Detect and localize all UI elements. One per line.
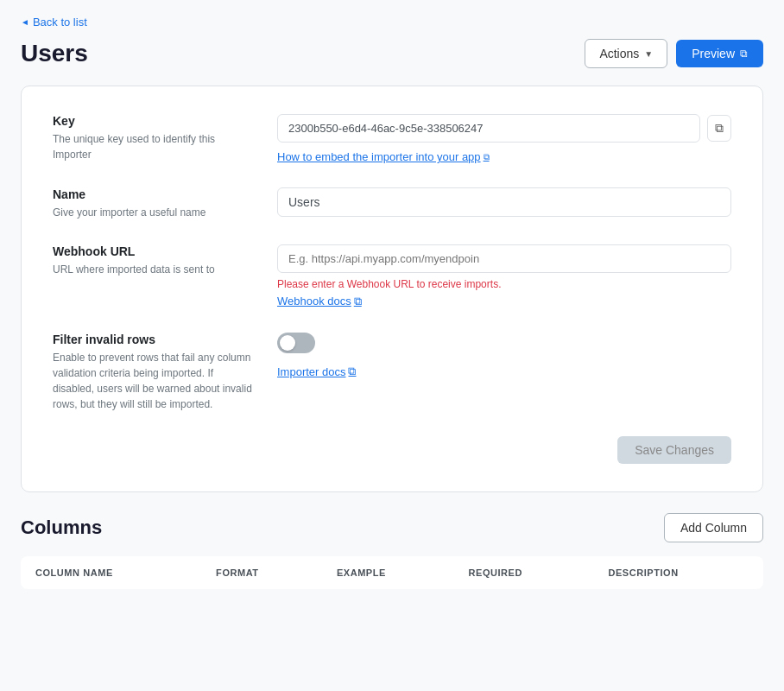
filter-label-col: Filter invalid rows Enable to prevent ro… bbox=[53, 333, 277, 412]
page-header: Users Actions ▼ Preview ⧉ bbox=[21, 39, 763, 68]
filter-toggle-wrapper bbox=[277, 333, 731, 356]
actions-button-label: Actions bbox=[599, 47, 639, 60]
embed-external-icon: ⧉ bbox=[484, 152, 490, 162]
embed-link[interactable]: How to embed the importer into your app … bbox=[277, 150, 490, 163]
columns-table-head: COLUMN NAMEFORMATEXAMPLEREQUIREDDESCRIPT… bbox=[22, 556, 763, 588]
webhook-docs-text: Webhook docs bbox=[277, 295, 351, 307]
columns-section-header: Columns Add Column bbox=[21, 513, 763, 542]
preview-button-label: Preview bbox=[692, 47, 735, 60]
name-control-col bbox=[277, 187, 731, 220]
key-input[interactable] bbox=[277, 114, 700, 143]
save-changes-button[interactable]: Save Changes bbox=[617, 436, 731, 464]
webhook-error-text: Please enter a Webhook URL to receive im… bbox=[277, 278, 731, 290]
key-label: Key bbox=[53, 114, 256, 128]
webhook-docs-external-icon: ⧉ bbox=[354, 295, 362, 308]
webhook-docs-link[interactable]: Webhook docs ⧉ bbox=[277, 295, 362, 308]
chevron-down-icon: ▼ bbox=[644, 49, 653, 59]
webhook-label-col: Webhook URL URL where imported data is s… bbox=[53, 244, 277, 308]
col-header: REQUIRED bbox=[455, 556, 595, 588]
copy-key-button[interactable]: ⧉ bbox=[707, 115, 731, 142]
key-label-col: Key The unique key used to identify this… bbox=[53, 114, 277, 163]
webhook-row: Webhook URL URL where imported data is s… bbox=[53, 244, 731, 308]
back-to-list-link[interactable]: Back to list bbox=[21, 16, 87, 29]
preview-button[interactable]: Preview ⧉ bbox=[676, 40, 763, 67]
key-row: Key The unique key used to identify this… bbox=[53, 114, 731, 163]
form-card: Key The unique key used to identify this… bbox=[21, 86, 763, 492]
col-header: DESCRIPTION bbox=[594, 556, 762, 588]
columns-title: Columns bbox=[21, 517, 102, 539]
header-actions: Actions ▼ Preview ⧉ bbox=[585, 39, 763, 68]
webhook-control-col: Please enter a Webhook URL to receive im… bbox=[277, 244, 731, 308]
importer-docs-external-icon: ⧉ bbox=[348, 365, 356, 378]
filter-toggle[interactable] bbox=[277, 333, 315, 353]
importer-docs-text: Importer docs bbox=[277, 365, 345, 378]
key-input-wrapper: ⧉ bbox=[277, 114, 731, 143]
name-input[interactable] bbox=[277, 187, 731, 217]
key-control-col: ⧉ How to embed the importer into your ap… bbox=[277, 114, 731, 163]
embed-link-text: How to embed the importer into your app bbox=[277, 150, 481, 163]
columns-table: COLUMN NAMEFORMATEXAMPLEREQUIREDDESCRIPT… bbox=[21, 556, 763, 589]
page-title: Users bbox=[21, 40, 88, 67]
external-link-icon: ⧉ bbox=[740, 48, 748, 60]
key-description: The unique key used to identify this Imp… bbox=[53, 131, 256, 162]
save-button-wrapper: Save Changes bbox=[53, 436, 731, 464]
filter-control-col: Importer docs ⧉ bbox=[277, 333, 731, 412]
col-header: FORMAT bbox=[202, 556, 323, 588]
columns-section: Columns Add Column COLUMN NAMEFORMATEXAM… bbox=[21, 513, 763, 589]
col-header: EXAMPLE bbox=[323, 556, 455, 588]
name-label-col: Name Give your importer a useful name bbox=[53, 187, 277, 220]
copy-icon: ⧉ bbox=[715, 121, 724, 136]
webhook-input[interactable] bbox=[277, 244, 731, 273]
webhook-description: URL where imported data is sent to bbox=[53, 262, 256, 277]
importer-docs-link[interactable]: Importer docs ⧉ bbox=[277, 365, 356, 378]
add-column-button[interactable]: Add Column bbox=[664, 513, 763, 542]
name-row: Name Give your importer a useful name bbox=[53, 187, 731, 220]
name-label: Name bbox=[53, 187, 256, 201]
name-description: Give your importer a useful name bbox=[53, 205, 256, 220]
filter-description: Enable to prevent rows that fail any col… bbox=[53, 350, 256, 412]
col-header: COLUMN NAME bbox=[22, 556, 203, 588]
actions-button[interactable]: Actions ▼ bbox=[585, 39, 667, 68]
webhook-label: Webhook URL bbox=[53, 244, 256, 258]
filter-row: Filter invalid rows Enable to prevent ro… bbox=[53, 333, 731, 412]
filter-label: Filter invalid rows bbox=[53, 333, 256, 346]
toggle-slider bbox=[277, 333, 315, 353]
columns-header-row: COLUMN NAMEFORMATEXAMPLEREQUIREDDESCRIPT… bbox=[22, 556, 763, 588]
